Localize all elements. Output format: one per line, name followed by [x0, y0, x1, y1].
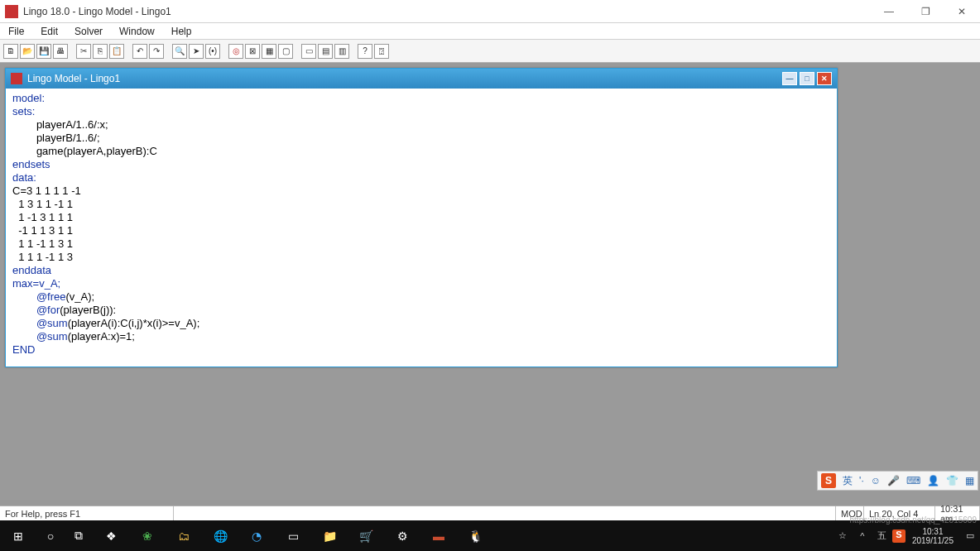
cortana-icon[interactable]: ○	[36, 520, 65, 551]
undo-icon[interactable]: ↶	[132, 44, 147, 59]
menu-edit[interactable]: Edit	[32, 24, 66, 39]
child-window-title: Lingo Model - Lingo1	[27, 73, 120, 84]
tray-clock[interactable]: 10:31 2019/11/25	[906, 527, 960, 545]
task-app-8[interactable]: 🐧	[457, 520, 493, 551]
goto-icon[interactable]: ➤	[189, 44, 204, 59]
ime-punct[interactable]: '·	[859, 475, 864, 486]
task-app-6[interactable]: 📁	[311, 520, 348, 551]
ime-skin-icon[interactable]: 👕	[946, 475, 958, 486]
new-icon[interactable]: 🗎	[3, 44, 18, 59]
child-maximize-button[interactable]: □	[800, 72, 814, 85]
ime-grid-icon[interactable]: ▦	[965, 475, 974, 486]
status-help: For Help, press F1	[0, 506, 174, 520]
ime-user-icon[interactable]: 👤	[927, 475, 939, 486]
ime-mic-icon[interactable]: 🎤	[887, 475, 900, 486]
status-time: 10:31 am	[935, 506, 980, 520]
child-titlebar[interactable]: Lingo Model - Lingo1 — □ ✕	[6, 69, 837, 89]
menu-file[interactable]: File	[0, 24, 32, 39]
window-icon[interactable]: ▭	[301, 44, 316, 59]
status-spacer	[174, 506, 836, 520]
statusbar: For Help, press F1 MOD Ln 20, Col 4 10:3…	[0, 505, 980, 520]
ime-toolbar[interactable]: S 英 '· ☺ 🎤 ⌨ 👤 👕 ▦	[817, 471, 978, 491]
taskview-icon[interactable]: ⧉	[65, 520, 93, 551]
code-editor[interactable]: model: sets: playerA/1..6/:x; playerB/1.…	[6, 89, 837, 367]
solution-icon[interactable]: ⊠	[245, 44, 260, 59]
tray-people-icon[interactable]: ☆	[833, 530, 853, 541]
window-title: Lingo 18.0 - Lingo Model - Lingo1	[23, 6, 871, 17]
box-icon[interactable]: ▢	[278, 44, 293, 59]
child-minimize-button[interactable]: —	[782, 72, 797, 85]
copy-icon[interactable]: ⎘	[93, 44, 108, 59]
tray-ime-icon[interactable]: 五	[872, 529, 892, 542]
print-icon[interactable]: 🖶	[53, 44, 68, 59]
solve-icon[interactable]: ◎	[228, 44, 243, 59]
task-app-2[interactable]: ❀	[129, 520, 166, 551]
ime-emoji-icon[interactable]: ☺	[871, 475, 881, 486]
child-window: Lingo Model - Lingo1 — □ ✕ model: sets: …	[5, 68, 838, 367]
status-cursor: Ln 20, Col 4	[864, 506, 935, 520]
ime-lang[interactable]: 英	[843, 474, 853, 488]
tray-notifications-icon[interactable]: ▭	[960, 530, 980, 541]
menu-solver[interactable]: Solver	[66, 24, 111, 39]
child-close-button[interactable]: ✕	[817, 72, 832, 85]
system-tray: ☆ ^ 五 S 10:31 2019/11/25 ▭	[833, 520, 980, 551]
task-settings[interactable]: ⚙	[384, 520, 420, 551]
child-window-controls: — □ ✕	[782, 72, 832, 85]
help-icon[interactable]: ?	[358, 44, 372, 59]
open-icon[interactable]: 📂	[20, 44, 35, 59]
child-app-icon	[11, 73, 22, 84]
ime-keyboard-icon[interactable]: ⌨	[906, 475, 920, 486]
matrix-icon[interactable]: ▦	[262, 44, 276, 59]
window-controls: — ❐ ✕	[871, 0, 980, 23]
titlebar: Lingo 18.0 - Lingo Model - Lingo1 — ❐ ✕	[0, 0, 980, 23]
task-chrome[interactable]: 🌐	[202, 520, 238, 551]
cut-icon[interactable]: ✂	[76, 44, 91, 59]
redo-icon[interactable]: ↷	[149, 44, 164, 59]
find-icon[interactable]: 🔍	[172, 44, 187, 59]
menu-window[interactable]: Window	[111, 24, 163, 39]
menubar: File Edit Solver Window Help	[0, 23, 980, 40]
task-app-5[interactable]: ▭	[275, 520, 311, 551]
mdi-area: Lingo Model - Lingo1 — □ ✕ model: sets: …	[0, 63, 980, 505]
save-icon[interactable]: 💾	[36, 44, 51, 59]
start-button[interactable]: ⊞	[0, 520, 36, 551]
toolbar: 🗎 📂 💾 🖶 ✂ ⎘ 📋 ↶ ↷ 🔍 ➤ (•) ◎ ⊠ ▦ ▢ ▭ ▤ ▥ …	[0, 40, 980, 63]
match-icon[interactable]: (•)	[205, 44, 220, 59]
maximize-button[interactable]: ❐	[907, 0, 944, 23]
taskbar: ⊞ ○ ⧉ ❖ ❀ 🗂 🌐 ◔ ▭ 📁 🛒 ⚙ ▬ 🐧 ☆ ^ 五 S 10:3…	[0, 520, 980, 551]
menu-help[interactable]: Help	[163, 24, 200, 39]
close-button[interactable]: ✕	[944, 0, 980, 23]
cascade-icon[interactable]: ▥	[334, 44, 349, 59]
task-explorer[interactable]: 🗂	[166, 520, 202, 551]
app-icon	[5, 5, 18, 18]
task-app-1[interactable]: ❖	[93, 520, 129, 551]
paste-icon[interactable]: 📋	[109, 44, 124, 59]
tray-chevron-up-icon[interactable]: ^	[853, 531, 872, 541]
ime-logo-icon[interactable]: S	[821, 473, 836, 488]
tray-sogou-icon[interactable]: S	[892, 529, 906, 543]
task-lingo[interactable]: ▬	[420, 520, 457, 551]
task-app-4[interactable]: ◔	[238, 520, 275, 551]
tile-icon[interactable]: ▤	[318, 44, 333, 59]
task-store[interactable]: 🛒	[348, 520, 384, 551]
status-mod: MOD	[836, 506, 864, 520]
minimize-button[interactable]: —	[871, 0, 907, 23]
context-help-icon[interactable]: ⍰	[374, 44, 389, 59]
